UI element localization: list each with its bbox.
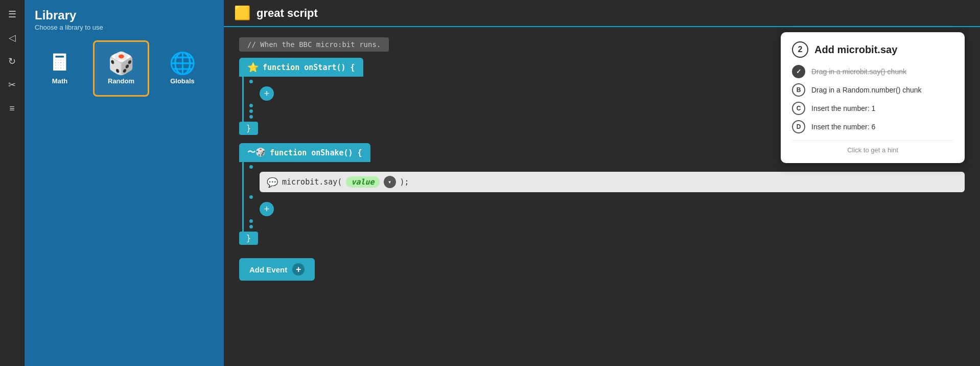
dot-shake-1	[249, 165, 253, 169]
library-item-math[interactable]: 🖩 Math	[32, 40, 88, 97]
library-item-random[interactable]: 🎲 Random	[93, 40, 149, 97]
pointer-icon[interactable]: ◁	[3, 29, 21, 47]
onshake-footer: }	[239, 232, 258, 245]
library-header: Library Choose a library to use	[25, 0, 224, 35]
library-subtitle: Choose a library to use	[35, 24, 214, 31]
shake-icon: 〜🎲	[247, 147, 266, 158]
add-event-plus-icon: +	[292, 263, 305, 276]
menu-icon[interactable]: ☰	[3, 5, 21, 24]
dot-4	[249, 115, 253, 119]
hint-click-hint[interactable]: Click to get a hint	[792, 141, 953, 154]
globals-icon: 🌐	[169, 53, 196, 74]
icon-bar: ☰ ◁ ↻ ✂ ≡	[0, 0, 25, 366]
script-icon: 🟨	[234, 5, 250, 21]
value-pill[interactable]: value	[346, 176, 379, 188]
say-icon: 💬	[267, 177, 278, 188]
dot-shake-2	[249, 195, 253, 199]
say-block[interactable]: 💬 microbit.say( value ▾ );	[260, 172, 965, 192]
onstart-header: ⭐ function onStart() {	[239, 58, 363, 77]
dot-2	[249, 104, 253, 107]
dot-3	[249, 109, 253, 113]
hint-title: Add microbit.say	[814, 44, 897, 56]
say-prefix: microbit.say(	[282, 177, 342, 187]
filter-icon[interactable]: ≡	[3, 99, 21, 118]
hint-text-c: Insert the number: 1	[811, 104, 875, 112]
hint-circle-d: D	[792, 120, 805, 133]
hint-item-b: B Drag in a Random.number() chunk	[792, 83, 953, 97]
dot-shake-4	[249, 225, 253, 228]
hint-header: 2 Add microbit.say	[792, 41, 953, 58]
hint-item-a: ✓ Drag in a microbit.say() chunk	[792, 65, 953, 78]
onstart-add-button[interactable]: +	[260, 86, 274, 101]
dot-shake-3	[249, 219, 253, 223]
onshake-header: 〜🎲 function onShake() {	[239, 143, 370, 162]
add-event-label: Add Event	[249, 265, 287, 274]
hint-step-circle: 2	[792, 41, 808, 58]
code-canvas: // When the BBC micro:bit runs. ⭐ functi…	[224, 27, 980, 366]
hint-circle-c: C	[792, 102, 805, 115]
hint-text-b: Drag in a Random.number() chunk	[811, 86, 922, 94]
onshake-body: 💬 microbit.say( value ▾ ); +	[239, 162, 965, 232]
onshake-keyword: function onShake() {	[270, 148, 362, 157]
comment-block: // When the BBC micro:bit runs.	[239, 37, 389, 52]
library-panel: Library Choose a library to use 🖩 Math 🎲…	[25, 0, 224, 366]
say-suffix: );	[400, 177, 409, 187]
hint-text-a: Drag in a microbit.say() chunk	[811, 67, 906, 76]
random-label: Random	[108, 77, 134, 85]
hint-item-d: D Insert the number: 6	[792, 120, 953, 133]
hint-circle-b: B	[792, 83, 805, 97]
cut-icon[interactable]: ✂	[3, 76, 21, 94]
hint-text-d: Insert the number: 6	[811, 123, 875, 131]
script-title: great script	[256, 7, 318, 20]
hint-circle-a: ✓	[792, 65, 805, 78]
hint-items: ✓ Drag in a microbit.say() chunk B Drag …	[792, 65, 953, 133]
onshake-add-button[interactable]: +	[260, 202, 274, 216]
library-items: 🖩 Math 🎲 Random 🌐 Globals	[25, 35, 224, 102]
library-title: Library	[35, 8, 214, 22]
library-item-globals[interactable]: 🌐 Globals	[154, 40, 211, 97]
onstart-keyword: function onStart() {	[263, 63, 355, 72]
math-icon: 🖩	[49, 53, 71, 74]
star-icon: ⭐	[247, 62, 259, 73]
hint-item-c: C Insert the number: 1	[792, 102, 953, 115]
dot-row-shake-1	[249, 164, 965, 170]
dropdown-chevron[interactable]: ▾	[384, 176, 396, 188]
random-icon: 🎲	[108, 53, 134, 74]
main-header: 🟨 great script	[224, 0, 980, 27]
dot-row-shake-4	[249, 224, 965, 230]
globals-label: Globals	[170, 77, 195, 85]
onstart-footer: }	[239, 122, 258, 135]
hint-popup[interactable]: 2 Add microbit.say ✓ Drag in a microbit.…	[781, 32, 965, 163]
dot-1	[249, 80, 253, 83]
math-label: Math	[52, 77, 67, 85]
main-area: 🟨 great script // When the BBC micro:bit…	[224, 0, 980, 366]
add-event-button[interactable]: Add Event +	[239, 258, 315, 281]
dot-row-shake-2	[249, 194, 965, 200]
dot-row-shake-3	[249, 218, 965, 224]
refresh-icon[interactable]: ↻	[3, 52, 21, 71]
